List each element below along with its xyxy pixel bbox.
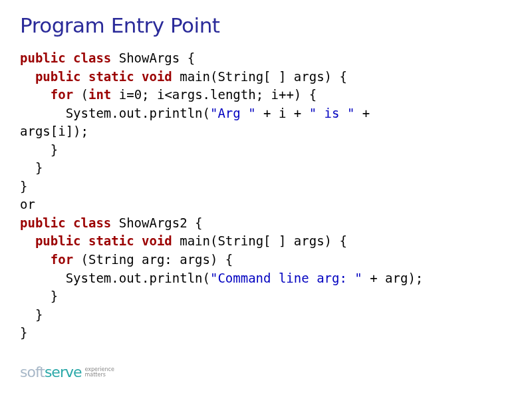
code-text: + i +: [256, 106, 309, 120]
code-text: }: [20, 142, 58, 157]
keyword: int: [88, 87, 111, 102]
code-block: public class ShowArgs { public static vo…: [20, 49, 512, 342]
code-text: args[i]);: [20, 124, 88, 138]
code-text: }: [20, 325, 27, 340]
keyword: public static void: [35, 233, 172, 248]
code-text: (String arg: args) {: [73, 252, 233, 267]
keyword: for: [51, 87, 73, 102]
keyword: for: [51, 252, 73, 267]
code-text: i=0; i<args.length; i++) {: [111, 87, 317, 102]
tagline-bot: matters: [85, 372, 114, 378]
string-literal: " is ": [309, 106, 355, 120]
code-text: System.out.println(: [20, 271, 210, 285]
code-text: }: [20, 160, 43, 175]
code-text: }: [20, 179, 27, 194]
string-literal: "Arg ": [210, 106, 256, 120]
code-text: ShowArgs2 {: [111, 215, 202, 230]
code-text: }: [20, 307, 43, 322]
code-text: or: [20, 197, 35, 211]
code-text: }: [20, 289, 58, 303]
logo-tagline: experience matters: [85, 367, 114, 378]
keyword: public class: [20, 215, 111, 230]
code-text: (: [73, 87, 88, 102]
code-text: main(String[ ] args) {: [172, 233, 347, 248]
keyword: public class: [20, 51, 111, 65]
code-text: ShowArgs {: [111, 51, 195, 65]
code-text: System.out.println(: [20, 106, 210, 120]
page-title: Program Entry Point: [20, 13, 512, 37]
string-literal: "Command line arg: ": [210, 271, 362, 285]
keyword: public static void: [35, 69, 172, 84]
code-text: + arg);: [362, 271, 424, 285]
code-text: main(String[ ] args) {: [172, 69, 347, 84]
logo-part-soft: soft: [20, 364, 45, 380]
code-text: +: [354, 106, 370, 120]
footer-logo: softserve experience matters: [20, 364, 114, 380]
slide-container: Program Entry Point public class ShowArg…: [0, 0, 532, 349]
logo-part-serve: serve: [45, 364, 82, 380]
